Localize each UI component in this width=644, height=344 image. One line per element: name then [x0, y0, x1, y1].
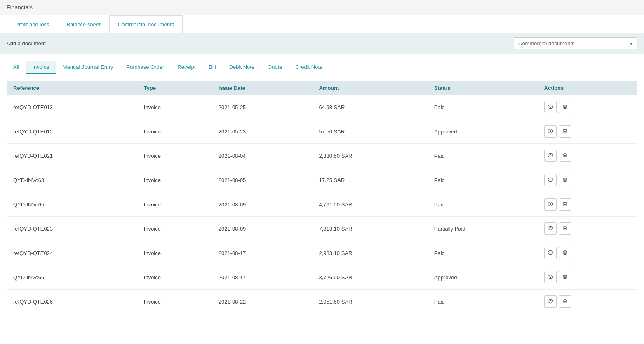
sub-tab-credit-note[interactable]: Credit Note	[289, 61, 329, 74]
cell-type: Invoice	[137, 265, 212, 290]
actions-container	[544, 125, 631, 138]
actions-container	[544, 198, 631, 211]
delete-button[interactable]	[559, 295, 571, 308]
cell-amount: 2,380.50 SAR	[312, 144, 427, 168]
delete-button[interactable]	[559, 247, 571, 259]
col-status: Status	[428, 81, 538, 95]
trash-icon	[562, 201, 568, 208]
cell-reference: refQYD-QTE013	[7, 95, 137, 119]
eye-icon	[548, 128, 553, 135]
cell-reference: refQYD-QTE024	[7, 241, 137, 265]
cell-amount: 17.25 SAR	[312, 168, 427, 192]
commercial-documents-dropdown[interactable]: Commercial documentsInvoiceManual Journa…	[514, 37, 637, 49]
trash-icon	[562, 104, 568, 111]
svg-point-5	[550, 227, 551, 229]
cell-actions	[538, 119, 637, 144]
cell-actions	[538, 241, 637, 265]
cell-issue-date: 2021-05-25	[212, 95, 313, 119]
delete-button[interactable]	[559, 150, 571, 162]
view-button[interactable]	[544, 222, 557, 235]
delete-button[interactable]	[559, 198, 571, 211]
trash-icon	[562, 152, 568, 159]
actions-container	[544, 271, 631, 283]
svg-point-8	[550, 300, 551, 302]
cell-issue-date: 2021-08-09	[212, 192, 313, 217]
cell-amount: 2,051.60 SAR	[312, 290, 427, 314]
cell-status: Paid	[428, 192, 538, 217]
table-row: refQYD-QTE012Invoice2021-05-2357.50 SARA…	[7, 119, 637, 144]
cell-amount: 2,983.10 SAR	[312, 241, 427, 265]
eye-icon	[548, 225, 553, 232]
actions-container	[544, 247, 631, 259]
cell-type: Invoice	[137, 119, 212, 144]
cell-amount: 7,813.10 SAR	[312, 217, 427, 241]
cell-reference: QYD-INVo63	[7, 168, 137, 192]
cell-actions	[538, 290, 637, 314]
app-title: Financials	[7, 4, 33, 11]
actions-container	[544, 174, 631, 186]
cell-status: Paid	[428, 241, 538, 265]
cell-actions	[538, 192, 637, 217]
view-button[interactable]	[544, 101, 557, 113]
eye-icon	[548, 201, 553, 208]
sub-tab-invoice[interactable]: Invoice	[26, 61, 56, 74]
main-tab-commercial-documents[interactable]: Commercial documents	[109, 15, 183, 33]
delete-button[interactable]	[559, 222, 571, 235]
sub-tab-bill[interactable]: Bill	[202, 61, 222, 74]
cell-actions	[538, 95, 637, 119]
cell-reference: refQYD-QTE012	[7, 119, 137, 144]
delete-button[interactable]	[559, 271, 571, 283]
view-button[interactable]	[544, 198, 557, 211]
cell-status: Partially Paid	[428, 217, 538, 241]
delete-button[interactable]	[559, 125, 571, 138]
toolbar: Add a document Commercial documentsInvoi…	[0, 33, 644, 54]
sub-tab-receipt[interactable]: Receipt	[171, 61, 202, 74]
content-area: AllInvoiceManual Journal EntryPurchase O…	[0, 54, 644, 321]
cell-status: Paid	[428, 290, 538, 314]
actions-container	[544, 222, 631, 235]
table-row: QYD-INVo66Invoice2021-08-173,726.00 SARA…	[7, 265, 637, 290]
table-row: refQYD-QTE024Invoice2021-08-172,983.10 S…	[7, 241, 637, 265]
svg-point-4	[550, 203, 551, 205]
sub-tab-manual-journal-entry[interactable]: Manual Journal Entry	[56, 61, 120, 74]
view-button[interactable]	[544, 150, 557, 162]
view-button[interactable]	[544, 247, 557, 259]
cell-reference: refQYD-QTE023	[7, 217, 137, 241]
cell-issue-date: 2021-08-17	[212, 241, 313, 265]
eye-icon	[548, 298, 553, 305]
delete-button[interactable]	[559, 101, 571, 113]
view-button[interactable]	[544, 125, 557, 138]
cell-status: Approved	[428, 119, 538, 144]
table-row: refQYD-QTE023Invoice2021-08-097,813.10 S…	[7, 217, 637, 241]
commercial-documents-dropdown-wrapper[interactable]: Commercial documentsInvoiceManual Journa…	[514, 37, 637, 49]
cell-status: Approved	[428, 265, 538, 290]
cell-type: Invoice	[137, 290, 212, 314]
actions-container	[544, 295, 631, 308]
table-row: QYD-INVo63Invoice2021-08-0517.25 SARPaid	[7, 168, 637, 192]
col-amount: Amount	[312, 81, 427, 95]
table-header: Reference Type Issue Date Amount Status …	[7, 81, 637, 95]
view-button[interactable]	[544, 174, 557, 186]
cell-actions	[538, 265, 637, 290]
svg-point-1	[550, 130, 551, 132]
table-row: QYD-INVo65Invoice2021-08-094,761.00 SARP…	[7, 192, 637, 217]
cell-amount: 4,761.00 SAR	[312, 192, 427, 217]
documents-table: Reference Type Issue Date Amount Status …	[7, 81, 637, 314]
sub-tab-purchase-order[interactable]: Purchase Order	[120, 61, 171, 74]
cell-reference: refQYD-QTE021	[7, 144, 137, 168]
main-tab-balance-sheet[interactable]: Balance sheet	[58, 15, 109, 33]
view-button[interactable]	[544, 271, 557, 283]
main-tab-profit-loss[interactable]: Profit and loss	[7, 15, 58, 33]
col-reference: Reference	[7, 81, 137, 95]
delete-button[interactable]	[559, 174, 571, 186]
svg-point-6	[550, 252, 551, 253]
sub-tab-debit-note[interactable]: Debit Note	[223, 61, 261, 74]
cell-type: Invoice	[137, 168, 212, 192]
svg-point-0	[550, 106, 551, 108]
sub-tab-quote[interactable]: Quote	[261, 61, 289, 74]
sub-tab-all[interactable]: All	[7, 61, 26, 74]
view-button[interactable]	[544, 295, 557, 308]
eye-icon	[548, 177, 553, 184]
trash-icon	[562, 177, 568, 184]
trash-icon	[562, 128, 568, 135]
